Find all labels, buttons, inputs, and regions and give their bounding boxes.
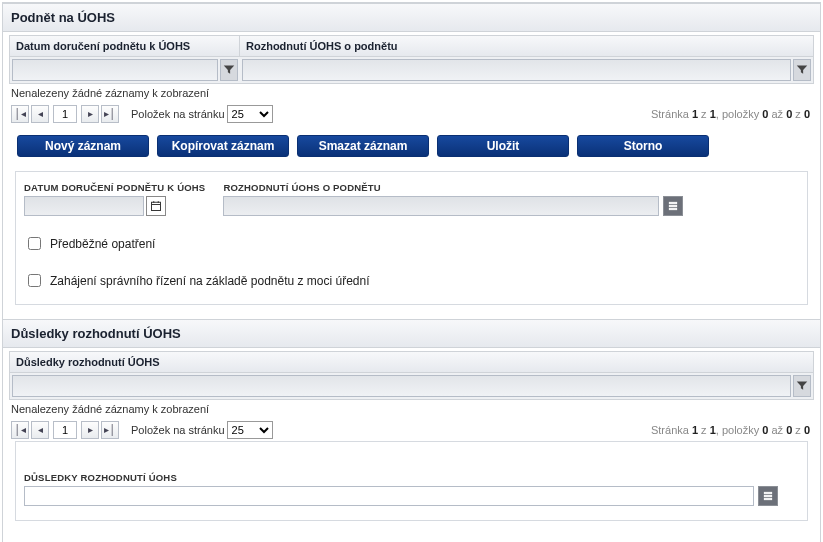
pager2-info: Stránka 1 z 1, položky 0 až 0 z 0 <box>651 424 814 436</box>
pager-info: Stránka 1 z 1, položky 0 až 0 z 0 <box>651 108 814 120</box>
svg-rect-5 <box>670 205 678 207</box>
lookup2-icon[interactable] <box>758 486 778 506</box>
svg-rect-7 <box>764 492 772 494</box>
svg-rect-4 <box>670 202 678 204</box>
copy-record-button[interactable]: Kopírovat záznam <box>157 135 289 157</box>
field-decision-input[interactable] <box>223 196 659 216</box>
pager2-prev-button[interactable]: ◂ <box>31 421 49 439</box>
pager-next-button[interactable]: ▸ <box>81 105 99 123</box>
delete-record-button[interactable]: Smazat záznam <box>297 135 429 157</box>
grid2-col-cons[interactable]: Důsledky rozhodnutí ÚOHS <box>10 352 813 372</box>
checkbox-auto-label: Zahájení správního řízení na základě pod… <box>50 274 370 288</box>
panel-podnet-header: Podnět na ÚOHS <box>3 3 820 32</box>
grid1-header: Datum doručení podnětu k ÚOHS Rozhodnutí… <box>9 35 814 57</box>
checkbox-prelim-label: Předběžné opatření <box>50 237 155 251</box>
cancel-button[interactable]: Storno <box>577 135 709 157</box>
pager2-last-button[interactable]: ▸│ <box>101 421 119 439</box>
field-decision: ROZHODNUTÍ ÚOHS O PODNĚTU <box>223 182 683 216</box>
grid1-filter-date-input[interactable] <box>12 59 218 81</box>
grid2-header: Důsledky rozhodnutí ÚOHS <box>9 351 814 373</box>
action-button-row: Nový záznam Kopírovat záznam Smazat zázn… <box>9 125 814 171</box>
pager-first-button[interactable]: │◂ <box>11 105 29 123</box>
field-decision-label: ROZHODNUTÍ ÚOHS O PODNĚTU <box>223 182 683 193</box>
grid1-col-date[interactable]: Datum doručení podnětu k ÚOHS <box>10 36 240 56</box>
field-date-label: DATUM DORUČENÍ PODNĚTU K ÚOHS <box>24 182 205 193</box>
lookup-icon[interactable] <box>663 196 683 216</box>
grid1-filter-row <box>9 57 814 84</box>
panel-dusledky-header: Důsledky rozhodnutí ÚOHS <box>3 319 820 348</box>
grid1-filter-decision-icon[interactable] <box>793 59 811 81</box>
checkbox-prelim-input[interactable] <box>28 237 41 250</box>
calendar-icon[interactable] <box>146 196 166 216</box>
svg-rect-6 <box>670 208 678 210</box>
svg-rect-0 <box>152 202 161 210</box>
pager2-pps-select[interactable]: 25 <box>227 421 273 439</box>
grid2-filter-cons-input[interactable] <box>12 375 791 397</box>
pager-page-input[interactable] <box>53 105 77 123</box>
field-date-input[interactable] <box>24 196 144 216</box>
new-record-button[interactable]: Nový záznam <box>17 135 149 157</box>
grid2-filter-row <box>9 373 814 400</box>
form1: DATUM DORUČENÍ PODNĚTU K ÚOHS ROZHODNUTÍ… <box>15 171 808 305</box>
pager2-first-button[interactable]: │◂ <box>11 421 29 439</box>
save-button[interactable]: Uložit <box>437 135 569 157</box>
pager-last-button[interactable]: ▸│ <box>101 105 119 123</box>
grid1-col-decision[interactable]: Rozhodnutí ÚOHS o podnětu <box>240 36 813 56</box>
grid1-no-records: Nenalezeny žádné záznamy k zobrazení <box>9 84 814 103</box>
pager-pps-select[interactable]: 25 <box>227 105 273 123</box>
grid2-filter-cons-icon[interactable] <box>793 375 811 397</box>
field-cons-input[interactable] <box>24 486 754 506</box>
pager-prev-button[interactable]: ◂ <box>31 105 49 123</box>
grid2-no-records: Nenalezeny žádné záznamy k zobrazení <box>9 400 814 419</box>
form2: DŮSLEDKY ROZHODNUTÍ ÚOHS <box>15 441 808 521</box>
grid2-pager: │◂ ◂ ▸ ▸│ Položek na stránku 25 Stránka … <box>9 419 814 441</box>
field-date: DATUM DORUČENÍ PODNĚTU K ÚOHS <box>24 182 205 216</box>
field-cons-label: DŮSLEDKY ROZHODNUTÍ ÚOHS <box>24 472 778 483</box>
svg-rect-8 <box>764 495 772 497</box>
checkbox-auto-input[interactable] <box>28 274 41 287</box>
checkbox-auto: Zahájení správního řízení na základě pod… <box>24 271 370 290</box>
pager2-next-button[interactable]: ▸ <box>81 421 99 439</box>
grid1-filter-decision-input[interactable] <box>242 59 791 81</box>
grid1-pager: │◂ ◂ ▸ ▸│ Položek na stránku 25 Stránka … <box>9 103 814 125</box>
svg-rect-9 <box>764 498 772 500</box>
pager2-page-input[interactable] <box>53 421 77 439</box>
field-cons: DŮSLEDKY ROZHODNUTÍ ÚOHS <box>24 472 778 506</box>
grid1-filter-date-icon[interactable] <box>220 59 238 81</box>
panel-podnet: Podnět na ÚOHS Datum doručení podnětu k … <box>3 3 820 315</box>
pager2-pps-label: Položek na stránku <box>131 424 225 436</box>
panel-dusledky: Důsledky rozhodnutí ÚOHS Důsledky rozhod… <box>3 319 820 531</box>
checkbox-prelim: Předběžné opatření <box>24 234 155 253</box>
pager-pps-label: Položek na stránku <box>131 108 225 120</box>
